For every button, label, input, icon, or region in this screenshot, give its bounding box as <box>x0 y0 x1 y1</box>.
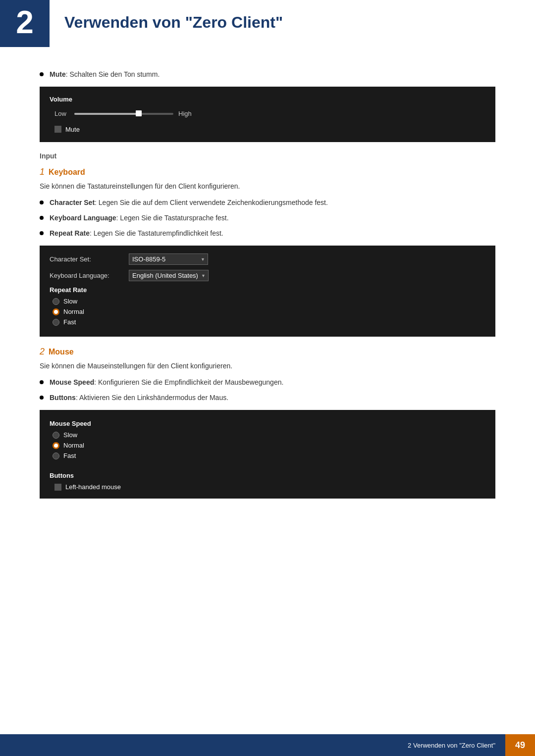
keyboard-sub-section: 1 Keyboard Sie können die Tastatureinste… <box>40 167 495 337</box>
keyboard-bullet-2: Keyboard Language: Legen Sie die Tastatu… <box>40 213 495 223</box>
mouse-sub-section: 2 Mouse Sie können die Mauseinstellungen… <box>40 347 495 499</box>
keyboard-section-title: Keyboard <box>49 168 85 177</box>
keyboard-lang-select-wrapper: English (United States) <box>129 270 209 281</box>
mute-bullet-text: Mute: Schalten Sie den Ton stumm. <box>50 69 160 80</box>
keyboard-bullet-3: Repeat Rate: Legen Sie die Tastaturempfi… <box>40 228 495 239</box>
keyboard-bullet-1: Character Set: Legen Sie die auf dem Cli… <box>40 198 495 208</box>
keyboard-bullet-text-1: Character Set: Legen Sie die auf dem Cli… <box>50 198 328 208</box>
keyboard-lang-select[interactable]: English (United States) <box>129 270 209 281</box>
chapter-title: Verwenden von "Zero Client" <box>64 13 283 32</box>
char-set-select-wrapper: ISO-8859-5 <box>129 253 208 265</box>
main-content: Mute: Schalten Sie den Ton stumm. Volume… <box>0 54 535 548</box>
mouse-bullet-1: Mouse Speed: Konfigurieren Sie die Empfi… <box>40 377 495 388</box>
keyboard-lang-label: Keyboard Language: <box>50 272 129 279</box>
bullet-dot <box>40 201 44 204</box>
bullet-dot <box>40 72 44 76</box>
volume-slider-fill <box>74 113 139 115</box>
repeat-rate-fast-radio[interactable] <box>53 319 59 326</box>
char-set-select[interactable]: ISO-8859-5 <box>129 253 208 265</box>
mouse-bullet-2: Buttons: Aktivieren Sie den Linkshänderm… <box>40 393 495 403</box>
left-handed-row: Left-handed mouse <box>50 483 485 491</box>
mouse-speed-normal-label: Normal <box>63 442 84 449</box>
repeat-rate-fast-label: Fast <box>63 318 76 326</box>
repeat-rate-title: Repeat Rate <box>50 286 485 294</box>
bullet-dot <box>40 380 44 384</box>
chapter-number-block: 2 <box>0 0 50 47</box>
page-number: 49 <box>505 734 535 756</box>
keyboard-section-header: 1 Keyboard <box>40 167 495 177</box>
mouse-bullet-text-2: Buttons: Aktivieren Sie den Linkshänderm… <box>50 393 228 403</box>
mute-checkbox[interactable] <box>54 126 61 133</box>
volume-high-label: High <box>178 108 193 119</box>
bullet-dot <box>40 396 44 400</box>
repeat-rate-normal-label: Normal <box>63 308 84 315</box>
repeat-rate-term: Repeat Rate <box>50 229 90 237</box>
left-handed-checkbox[interactable] <box>54 484 61 491</box>
volume-slider-track[interactable] <box>74 113 173 115</box>
mute-checkbox-label: Mute <box>65 124 80 135</box>
mouse-speed-fast-label: Fast <box>63 452 76 459</box>
volume-box-title: Volume <box>50 94 485 105</box>
repeat-rate-normal-row[interactable]: Normal <box>50 308 485 315</box>
left-handed-label: Left-handed mouse <box>65 483 121 491</box>
mouse-section-header: 2 Mouse <box>40 347 495 357</box>
mouse-section-title: Mouse <box>49 348 74 356</box>
keyboard-lang-term: Keyboard Language <box>50 214 116 222</box>
chapter-number: 2 <box>16 6 34 38</box>
mouse-section-number: 2 <box>40 347 45 357</box>
repeat-rate-slow-row[interactable]: Slow <box>50 298 485 305</box>
input-section-label: Input <box>40 152 495 160</box>
buttons-term: Buttons <box>50 394 76 402</box>
char-set-label: Character Set: <box>50 255 129 263</box>
chapter-header: 2 Verwenden von "Zero Client" <box>0 0 535 54</box>
mute-term: Mute <box>50 70 66 78</box>
keyboard-settings-box: Character Set: ISO-8859-5 Keyboard Langu… <box>40 246 495 337</box>
keyboard-bullet-text-2: Keyboard Language: Legen Sie die Tastatu… <box>50 213 229 223</box>
mouse-speed-slow-label: Slow <box>63 431 77 439</box>
mouse-speed-normal-row[interactable]: Normal <box>50 442 485 449</box>
keyboard-bullet-text-3: Repeat Rate: Legen Sie die Tastaturempfi… <box>50 228 223 239</box>
mouse-speed-normal-radio[interactable] <box>53 442 59 449</box>
mouse-speed-title: Mouse Speed <box>50 420 485 427</box>
volume-box: Volume Low High Mute <box>40 87 495 142</box>
mouse-speed-term: Mouse Speed <box>50 378 94 386</box>
char-set-row: Character Set: ISO-8859-5 <box>50 253 485 265</box>
mute-bullet-item: Mute: Schalten Sie den Ton stumm. <box>40 69 495 80</box>
bullet-dot <box>40 216 44 220</box>
repeat-rate-slow-radio[interactable] <box>53 298 59 305</box>
keyboard-lang-row: Keyboard Language: English (United State… <box>50 270 485 281</box>
mute-description: : Schalten Sie den Ton stumm. <box>66 70 160 78</box>
keyboard-desc: Sie können die Tastatureinstellungen für… <box>40 181 495 192</box>
mouse-speed-slow-row[interactable]: Slow <box>50 431 485 439</box>
footer-text: 2 Verwenden von "Zero Client" <box>408 742 505 749</box>
mouse-desc: Sie können die Mauseinstellungen für den… <box>40 361 495 371</box>
volume-slider-row: Low High <box>50 108 485 119</box>
volume-low-label: Low <box>54 108 69 119</box>
mouse-settings-box: Mouse Speed Slow Normal Fast Buttons <box>40 410 495 499</box>
page-footer: 2 Verwenden von "Zero Client" 49 <box>0 734 535 756</box>
buttons-title: Buttons <box>50 472 485 479</box>
volume-slider-thumb <box>136 110 142 116</box>
repeat-rate-fast-row[interactable]: Fast <box>50 318 485 326</box>
mute-checkbox-row: Mute <box>50 124 485 135</box>
mouse-speed-slow-radio[interactable] <box>53 432 59 439</box>
char-set-term: Character Set <box>50 199 95 206</box>
bullet-dot <box>40 231 44 235</box>
mouse-bullet-text-1: Mouse Speed: Konfigurieren Sie die Empfi… <box>50 377 283 388</box>
mouse-speed-fast-row[interactable]: Fast <box>50 452 485 459</box>
mouse-speed-fast-radio[interactable] <box>53 453 59 459</box>
keyboard-section-number: 1 <box>40 167 45 177</box>
repeat-rate-normal-radio[interactable] <box>53 308 59 315</box>
repeat-rate-slow-label: Slow <box>63 298 77 305</box>
